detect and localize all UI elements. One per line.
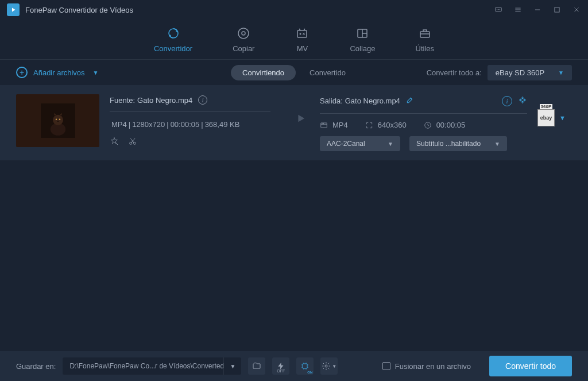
output-filename: Gato Negro.mp4 (345, 97, 400, 105)
src-duration: 00:00:05 (169, 120, 202, 129)
svg-rect-16 (297, 30, 307, 37)
empty-area (0, 160, 588, 351)
tab-label: Collage (350, 44, 375, 53)
svg-point-15 (242, 32, 245, 35)
format-badge: 360P ebay (537, 109, 555, 126)
gpu-accel-button[interactable]: OFF (272, 357, 289, 375)
convert-all-to-label: Convertir todo a: (427, 68, 482, 77)
src-format: MP4 (110, 120, 129, 129)
tab-collage[interactable]: Collage (346, 21, 378, 57)
subtitle-value: Subtítulo ...habilitado (416, 140, 481, 148)
collage-icon (355, 26, 370, 41)
mv-icon (295, 26, 310, 41)
svg-point-19 (300, 33, 301, 35)
profile-value: eBay SD 360P (496, 68, 544, 77)
footer: Guardar en: D:\FonePaw\FonePaw Co...r de… (0, 351, 588, 381)
add-files-button[interactable]: + Añadir archivos ▼ (16, 67, 99, 78)
svg-rect-23 (420, 32, 430, 37)
info-icon[interactable]: i (198, 95, 207, 105)
app-title: FonePaw Convertidor de Vídeos (25, 6, 494, 14)
save-path-box: D:\FonePaw\FonePaw Co...r de Vídeos\Conv… (63, 357, 241, 375)
plus-icon: + (16, 67, 28, 78)
video-thumbnail[interactable] (16, 94, 99, 147)
svg-point-3 (500, 9, 500, 10)
badge-res: 360P (540, 104, 553, 109)
convert-all-button[interactable]: Convertir todo (489, 356, 572, 376)
checkbox-icon (382, 362, 390, 370)
nav-tabs: Convertidor Copiar MV Collage Útiles (0, 20, 588, 60)
tab-convertidor[interactable]: Convertidor (150, 21, 196, 57)
merge-checkbox[interactable]: Fusionar en un archivo (382, 362, 471, 371)
chevron-down-icon: ▼ (559, 114, 566, 121)
audio-dropdown[interactable]: AAC-2Canal▼ (320, 136, 400, 151)
output-info-icon[interactable]: i (502, 96, 512, 106)
titlebar: FonePaw Convertidor de Vídeos (0, 0, 588, 20)
svg-rect-8 (555, 7, 559, 12)
toolbar: + Añadir archivos ▼ Convirtiendo Convert… (0, 60, 588, 85)
svg-point-14 (238, 28, 249, 39)
open-folder-button[interactable] (248, 357, 265, 375)
svg-point-31 (59, 118, 60, 120)
subtitle-dropdown[interactable]: Subtítulo ...habilitado▼ (409, 136, 507, 151)
toolbox-icon (417, 26, 432, 41)
source-info: Fuente:Gato Negro.mp4 i MP4|1280x720|00:… (110, 94, 270, 148)
svg-rect-43 (321, 122, 327, 127)
output-label: Salida: (320, 97, 343, 105)
minimize-button[interactable] (533, 5, 542, 14)
output-info: Salida:Gato Negro.mp4 i MP4 640x360 00:0… (320, 94, 527, 151)
tab-label: Útiles (416, 44, 435, 53)
save-to-label: Guardar en: (16, 362, 56, 371)
close-button[interactable] (572, 5, 581, 14)
output-format-selector[interactable]: 360P ebay ▼ (537, 94, 572, 126)
merge-label: Fusionar en un archivo (395, 362, 471, 371)
chevron-down-icon: ▼ (388, 141, 393, 147)
app-logo (7, 3, 20, 16)
settings-button[interactable]: ▼ (320, 357, 338, 375)
arrow-icon (281, 94, 310, 125)
convert-icon (166, 26, 181, 41)
svg-point-58 (325, 365, 327, 367)
out-resolution-spec: 640x360 (365, 121, 407, 129)
svg-point-32 (57, 121, 58, 122)
source-label: Fuente: (110, 96, 135, 105)
edit-effects-button[interactable] (110, 137, 119, 148)
cut-button[interactable] (128, 137, 137, 148)
chevron-down-icon: ▼ (558, 70, 564, 76)
chevron-down-icon: ▼ (494, 141, 500, 147)
add-files-label: Añadir archivos (33, 68, 85, 77)
src-resolution: 1280x720 (130, 120, 167, 129)
svg-point-27 (53, 115, 63, 125)
out-format-spec: MP4 (320, 121, 348, 129)
src-size: 368,49 KB (203, 120, 242, 129)
maximize-button[interactable] (552, 5, 562, 14)
feedback-icon[interactable] (494, 5, 503, 14)
tab-label: MV (297, 44, 308, 53)
output-profile-dropdown[interactable]: eBay SD 360P ▼ (488, 65, 572, 80)
source-specs: MP4|1280x720|00:00:05|368,49 KB (110, 120, 270, 129)
file-row: Fuente:Gato Negro.mp4 i MP4|1280x720|00:… (0, 85, 588, 160)
out-duration-spec: 00:00:05 (424, 121, 466, 129)
svg-point-30 (55, 118, 56, 120)
tab-label: Copiar (233, 44, 254, 53)
audio-value: AAC-2Canal (327, 140, 365, 148)
tab-mv[interactable]: MV (291, 21, 313, 57)
svg-rect-49 (303, 364, 307, 368)
source-filename: Gato Negro.mp4 (137, 96, 192, 105)
edit-name-icon[interactable] (406, 96, 414, 106)
path-dropdown[interactable]: ▼ (223, 357, 241, 375)
svg-point-2 (498, 9, 499, 10)
disc-icon (236, 26, 251, 41)
hw-accel-button[interactable]: ON (296, 357, 314, 375)
file-list: Fuente:Gato Negro.mp4 i MP4|1280x720|00:… (0, 85, 588, 160)
filter-converted[interactable]: Convertido (298, 65, 357, 80)
menu-icon[interactable] (513, 5, 523, 14)
save-path[interactable]: D:\FonePaw\FonePaw Co...r de Vídeos\Conv… (63, 362, 223, 370)
badge-brand: ebay (540, 115, 552, 121)
tab-utiles[interactable]: Útiles (412, 21, 438, 57)
compress-icon[interactable] (518, 95, 527, 106)
chevron-down-icon: ▼ (93, 70, 99, 76)
tab-copiar[interactable]: Copiar (229, 21, 258, 57)
filter-converting[interactable]: Convirtiendo (231, 65, 296, 80)
svg-point-1 (497, 9, 497, 10)
tab-label: Convertidor (154, 44, 192, 53)
